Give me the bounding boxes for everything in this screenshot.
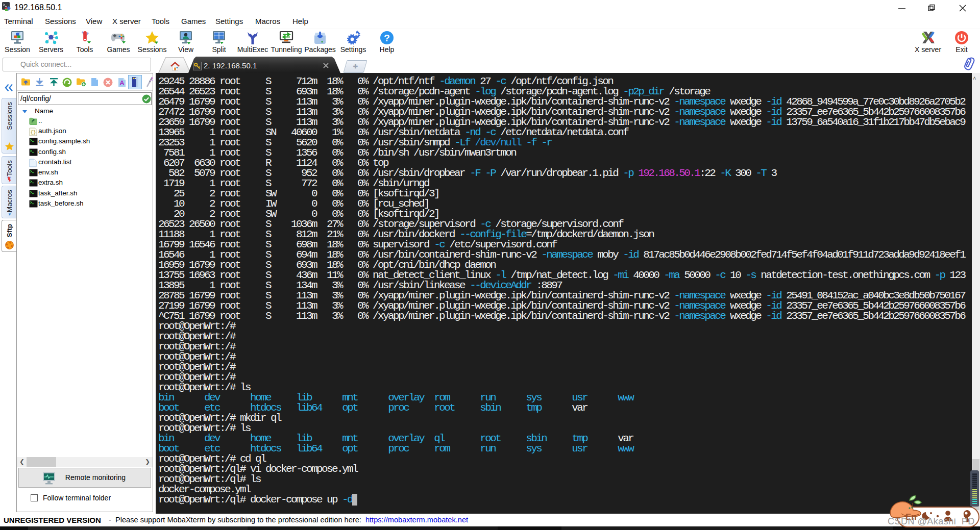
svg-text:?: ? xyxy=(384,33,390,43)
svg-text:{}: {} xyxy=(31,130,36,135)
